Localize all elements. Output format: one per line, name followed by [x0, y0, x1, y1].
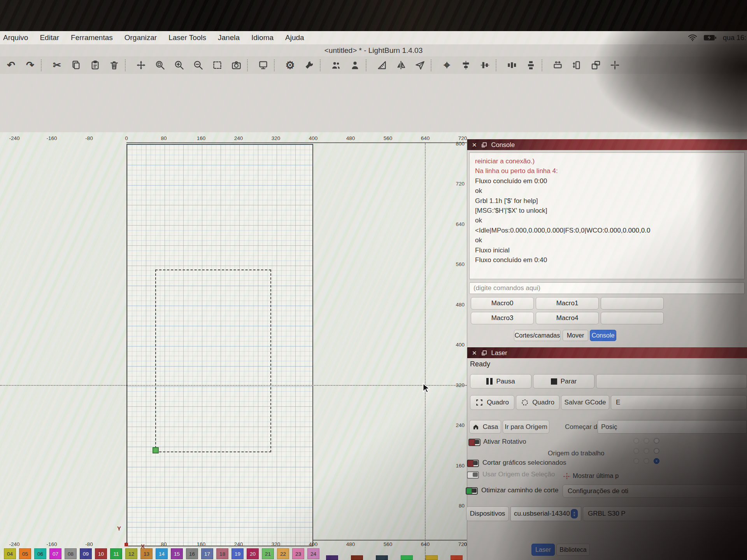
use-selection-origin-toggle[interactable]	[467, 471, 479, 479]
devices-button[interactable]: Dispositivos	[466, 506, 509, 521]
align-vertical-icon[interactable]	[475, 58, 494, 73]
tab-biblioteca[interactable]: Biblioteca	[556, 544, 590, 556]
menu-janela[interactable]: Janela	[218, 33, 240, 42]
paste-icon[interactable]	[86, 58, 105, 73]
pan-icon[interactable]	[132, 58, 151, 73]
move-to-position-icon[interactable]	[605, 58, 624, 73]
job-origin-radio[interactable]	[644, 448, 649, 454]
undo-icon[interactable]: ↶	[2, 58, 21, 73]
detach-icon[interactable]	[482, 142, 487, 147]
wifi-icon[interactable]	[688, 34, 697, 41]
tab-cortes-camadas[interactable]: Cortes/camadas	[514, 330, 561, 341]
palette-swatch[interactable]: 18	[216, 548, 228, 559]
palette-swatch[interactable]: 11	[110, 548, 122, 559]
frame-selection-icon[interactable]	[208, 58, 227, 73]
battery-charging-icon[interactable]	[703, 35, 717, 41]
team-icon[interactable]	[326, 58, 345, 73]
frame-rect-button[interactable]: Quadro	[470, 395, 514, 410]
macro3-button[interactable]: Macro3	[471, 312, 534, 324]
menu-organizar[interactable]: Organizar	[124, 33, 157, 42]
menu-arquivo[interactable]: Arquivo	[3, 33, 28, 42]
match-size-icon[interactable]	[586, 58, 605, 73]
zoom-fit-icon[interactable]	[151, 58, 170, 73]
device-name-button[interactable]: GRBL S30 P	[583, 506, 747, 521]
palette-swatch[interactable]: 10	[95, 548, 107, 559]
macro1-button[interactable]: Macro1	[536, 297, 599, 310]
close-icon[interactable]: ✕	[472, 350, 477, 356]
start-button[interactable]	[596, 374, 747, 388]
palette-swatch[interactable]: 09	[80, 548, 92, 559]
camera-icon[interactable]	[227, 58, 246, 73]
job-origin-radio[interactable]	[654, 458, 659, 464]
rotary-toggle[interactable]	[468, 439, 480, 446]
redo-icon[interactable]: ↷	[21, 58, 40, 73]
optimize-path-toggle[interactable]	[466, 487, 478, 495]
zoom-out-icon[interactable]	[189, 58, 208, 73]
stop-button[interactable]: Parar	[533, 374, 594, 388]
palette-swatch[interactable]: 23	[292, 548, 304, 559]
palette-swatch[interactable]: 24	[307, 548, 319, 559]
palette-swatch[interactable]: 16	[186, 548, 198, 559]
home-button[interactable]: Casa	[469, 420, 501, 434]
distribute-horizontal-icon[interactable]	[502, 58, 521, 73]
console-output[interactable]: reiniciar a conexão.)Na linha ou perto d…	[469, 152, 745, 279]
palette-swatch[interactable]: 21	[262, 548, 274, 559]
cut-selected-toggle[interactable]	[467, 460, 479, 467]
frame-circle-button[interactable]: Quadro	[516, 395, 559, 410]
device-port-stepper[interactable]: ▴▾	[571, 509, 578, 518]
menu-laser-tools[interactable]: Laser Tools	[168, 33, 206, 42]
copy-icon[interactable]	[67, 58, 86, 73]
tab-console[interactable]: Console	[590, 330, 616, 341]
menu-ajuda[interactable]: Ajuda	[285, 33, 304, 42]
monitor-icon[interactable]	[254, 58, 273, 73]
menu-ferramentas[interactable]: Ferramentas	[71, 33, 113, 42]
palette-swatch[interactable]: 12	[125, 548, 137, 559]
optimization-settings-button[interactable]: Configurações de oti	[563, 485, 747, 498]
send-icon[interactable]	[410, 58, 430, 73]
job-origin-radio[interactable]	[644, 438, 649, 444]
job-origin-radio[interactable]	[654, 438, 659, 444]
palette-swatch[interactable]	[376, 555, 388, 560]
user-icon[interactable]	[345, 58, 365, 73]
cut-icon[interactable]: ✂	[47, 58, 67, 73]
palette-swatch[interactable]	[451, 555, 463, 560]
position-target-icon[interactable]: ⌖	[437, 58, 456, 73]
close-icon[interactable]: ✕	[472, 142, 477, 148]
pause-button[interactable]: Pausa	[470, 374, 531, 388]
palette-swatch[interactable]: 06	[34, 548, 46, 559]
job-origin-radio[interactable]	[654, 448, 659, 454]
align-horizontal-icon[interactable]	[456, 58, 475, 73]
machine-settings-icon[interactable]	[300, 58, 319, 73]
selection-rectangle[interactable]	[155, 270, 271, 452]
palette-swatch[interactable]: 13	[140, 548, 153, 559]
palette-swatch[interactable]	[351, 555, 363, 560]
palette-swatch[interactable]	[326, 555, 338, 560]
go-to-origin-button[interactable]: Ir para Origem	[503, 420, 549, 434]
palette-swatch[interactable]: 05	[19, 548, 31, 559]
palette-swatch[interactable]: 22	[277, 548, 289, 559]
palette-swatch[interactable]: 08	[65, 548, 77, 559]
tab-mover[interactable]: Mover	[563, 330, 588, 341]
detach-icon[interactable]	[482, 350, 487, 355]
palette-swatch[interactable]	[426, 555, 438, 560]
device-port-select[interactable]: cu.usbserial-14340 ▴▾	[510, 506, 581, 521]
macro5-button[interactable]	[601, 312, 664, 324]
send-button[interactable]: E	[611, 395, 747, 410]
macro2-button[interactable]	[601, 297, 664, 310]
delete-icon[interactable]	[105, 58, 124, 73]
palette-swatch[interactable]	[401, 555, 413, 560]
menu-editar[interactable]: Editar	[40, 33, 59, 42]
match-width-icon[interactable]	[548, 58, 567, 73]
palette-swatch[interactable]: 14	[156, 548, 168, 559]
menu-idioma[interactable]: Idioma	[251, 33, 274, 42]
start-from-select[interactable]: Posiç	[598, 420, 747, 434]
device-settings-icon[interactable]: ⚙	[281, 58, 300, 73]
job-origin-radio[interactable]	[633, 448, 639, 454]
job-origin-radio[interactable]	[644, 458, 649, 464]
macro4-button[interactable]: Macro4	[536, 312, 599, 324]
mirror-horizontal-icon[interactable]	[391, 58, 410, 73]
macro0-button[interactable]: Macro0	[471, 297, 534, 310]
show-last-position-label[interactable]: Mostrar última p	[573, 472, 619, 480]
palette-swatch[interactable]: 20	[247, 548, 259, 559]
selection-origin-handle[interactable]	[153, 447, 159, 453]
